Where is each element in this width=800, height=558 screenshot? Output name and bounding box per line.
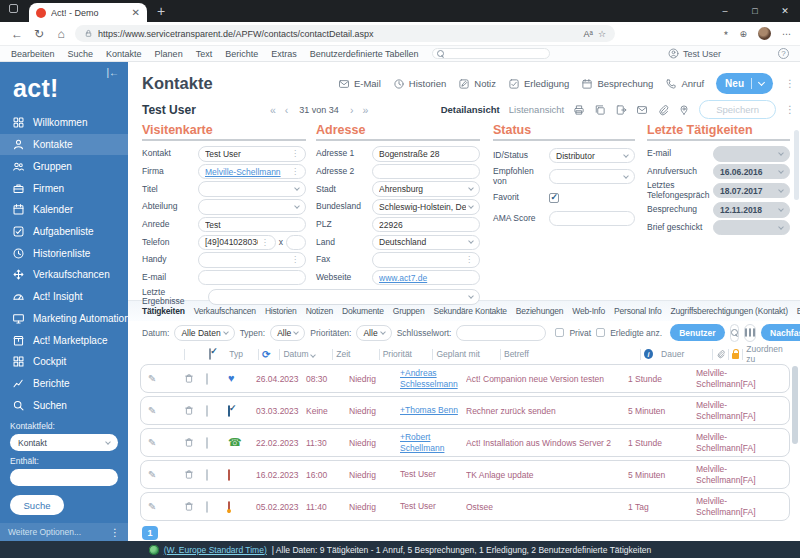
id-status-select[interactable]: Distributor: [549, 148, 635, 164]
menu-extras[interactable]: Extras: [271, 49, 297, 59]
tab-dokumente[interactable]: Dokumente: [342, 306, 384, 316]
export-document-icon[interactable]: [615, 104, 627, 116]
envelope-icon[interactable]: [636, 104, 648, 116]
kebab-icon[interactable]: ⋮: [785, 104, 795, 115]
sidebar-item-berichte[interactable]: Berichte: [0, 373, 128, 395]
refresh-icon[interactable]: ↻: [31, 27, 47, 41]
sidebar-item-act-marketplace[interactable]: Act! Marketplace: [0, 329, 128, 351]
letzte-ergebnisse-select[interactable]: [208, 289, 480, 305]
column-geplant-mit[interactable]: Geplant mit: [436, 349, 497, 360]
column-prioritaet[interactable]: Priorität: [383, 349, 430, 359]
kebab-icon[interactable]: ⋮: [291, 167, 299, 176]
url-bar[interactable]: https://www.servicetransparent.de/APFW/c…: [75, 25, 615, 42]
lock-icon[interactable]: [732, 353, 739, 359]
geplant-mit-link[interactable]: +Thomas Benn: [400, 405, 458, 415]
menu-text[interactable]: Text: [196, 49, 213, 59]
ama-score-field[interactable]: [549, 211, 635, 227]
besprechung-select[interactable]: 12.11.2018: [713, 202, 790, 218]
telefongespraech-select[interactable]: 18.07.2017: [713, 183, 790, 199]
new-button[interactable]: Neu: [716, 73, 773, 94]
anrede-field[interactable]: Test: [198, 217, 306, 233]
geplant-mit-link[interactable]: +Andreas Schlesselmann: [400, 368, 458, 389]
sidebar-item-verkaufschancen[interactable]: Verkaufschancen: [0, 264, 128, 286]
sidebar-item-kalender[interactable]: Kalender: [0, 199, 128, 221]
home-icon[interactable]: ⌂: [53, 27, 69, 41]
trash-icon[interactable]: [183, 372, 195, 384]
email-field[interactable]: [198, 270, 306, 286]
copy-icon[interactable]: [594, 104, 606, 116]
trash-icon[interactable]: [183, 468, 195, 480]
kebab-icon[interactable]: ⋮: [110, 527, 120, 538]
kebab-icon[interactable]: ⋮: [785, 78, 795, 89]
plz-field[interactable]: 22926: [372, 217, 480, 233]
kebab-icon[interactable]: ⋮: [465, 255, 473, 264]
row-checkbox[interactable]: [206, 501, 208, 513]
column-zuordnen-zu[interactable]: Zuordnen zu: [746, 344, 790, 364]
save-button[interactable]: Speichern: [699, 100, 776, 119]
tab-personal-info[interactable]: Personal Info: [614, 306, 662, 316]
sidebar-search-button[interactable]: Suche: [10, 495, 64, 515]
columns-button[interactable]: [744, 324, 757, 342]
activity-row[interactable]: ✎ ♥ 26.04.2023 08:30 Niedrig +Andreas Sc…: [140, 364, 790, 393]
erledigte-checkbox[interactable]: [596, 328, 605, 337]
refresh-icon[interactable]: ⟳: [262, 349, 270, 360]
info-icon[interactable]: i: [644, 349, 653, 359]
trash-icon[interactable]: [183, 436, 195, 448]
browser-tab[interactable]: Act! - Demo ✕: [29, 3, 147, 22]
tab-verkaufschancen[interactable]: Verkaufschancen: [194, 306, 256, 316]
user-menu[interactable]: Test User: [668, 48, 721, 59]
webseite-field[interactable]: www.act7.de: [372, 270, 480, 286]
collections-icon[interactable]: ⭒: [724, 28, 729, 39]
page-1-button[interactable]: 1: [142, 526, 158, 540]
read-aloud-icon[interactable]: Aᵃ: [584, 29, 593, 39]
tab-search-icon[interactable]: [9, 4, 18, 13]
letzte-email-select[interactable]: [713, 146, 790, 162]
tab-web-info[interactable]: Web-Info: [572, 306, 605, 316]
new-tab-button[interactable]: +: [157, 3, 165, 19]
kebab-icon[interactable]: ⋮: [291, 149, 299, 158]
historien-action[interactable]: Historien: [393, 78, 447, 90]
list-view-toggle[interactable]: Listenansicht: [509, 104, 564, 115]
typen-select[interactable]: Alle: [270, 325, 305, 341]
handy-field[interactable]: ⋮: [198, 252, 306, 268]
sidebar-item-act-insight[interactable]: Act! Insight: [0, 286, 128, 308]
adresse2-field[interactable]: [372, 164, 480, 180]
sidebar-item-kontakte[interactable]: Kontakte: [0, 134, 128, 156]
empfohlen-von-select[interactable]: [549, 169, 635, 185]
tab-sekundaere-kontakte[interactable]: Sekundäre Kontakte: [433, 306, 506, 316]
erledigung-action[interactable]: Erledigung: [508, 78, 569, 90]
row-checkbox[interactable]: [206, 437, 208, 449]
contact-field-select[interactable]: Kontakt: [10, 434, 118, 451]
sidebar-item-historienliste[interactable]: Historienliste: [0, 242, 128, 264]
column-zeit[interactable]: Zeit: [336, 349, 375, 359]
menu-kontakte[interactable]: Kontakte: [106, 49, 142, 59]
tab-zugriffsberechtigungen[interactable]: Zugriffsberechtigungen (Kontakt): [671, 306, 788, 316]
browser-menu-icon[interactable]: ⋯: [782, 29, 791, 39]
schluesselwort-input[interactable]: [456, 325, 546, 341]
fax-field[interactable]: ⋮: [372, 252, 480, 268]
tab-notizen[interactable]: Notizen: [306, 306, 333, 316]
table-search-button[interactable]: [730, 324, 739, 342]
firma-link[interactable]: Melville-Schellmann: [205, 167, 288, 177]
sidebar-item-cockpit[interactable]: Cockpit: [0, 351, 128, 373]
abteilung-select[interactable]: [198, 199, 306, 215]
edit-pencil-icon[interactable]: ✎: [148, 405, 156, 416]
sidebar-item-gruppen[interactable]: Gruppen: [0, 155, 128, 177]
more-options[interactable]: Weitere Optionen... ⋮: [0, 523, 128, 541]
menu-search-input[interactable]: [432, 48, 550, 59]
favorit-checkbox[interactable]: [549, 193, 559, 203]
geplant-mit-link[interactable]: +Robert Schellmann: [400, 432, 444, 453]
activity-row[interactable]: ✎ ☎ 22.02.2023 11:30 Niedrig +Robert Sch…: [140, 428, 790, 457]
sidebar-item-aufgabenliste[interactable]: Aufgabenliste: [0, 221, 128, 243]
activity-row[interactable]: ✎ 05.02.2023 11:40 Niedrig Test User Ost…: [140, 492, 790, 521]
nachfassen-button[interactable]: Nachfassen: [761, 324, 800, 341]
sidebar-item-marketing-automation[interactable]: Marketing Automation: [0, 307, 128, 329]
activity-row[interactable]: ✎ 16.02.2023 16:00 Niedrig Test User TK …: [140, 460, 790, 489]
prev-record-icon[interactable]: ‹: [285, 104, 289, 116]
contains-input[interactable]: [10, 469, 118, 486]
next-record-icon[interactable]: ›: [350, 104, 354, 116]
column-betreff[interactable]: Betreff: [504, 349, 637, 359]
trash-icon[interactable]: [183, 404, 195, 416]
kontakt-field[interactable]: Test User⋮: [198, 146, 306, 162]
telefon-ext-field[interactable]: [286, 235, 306, 251]
